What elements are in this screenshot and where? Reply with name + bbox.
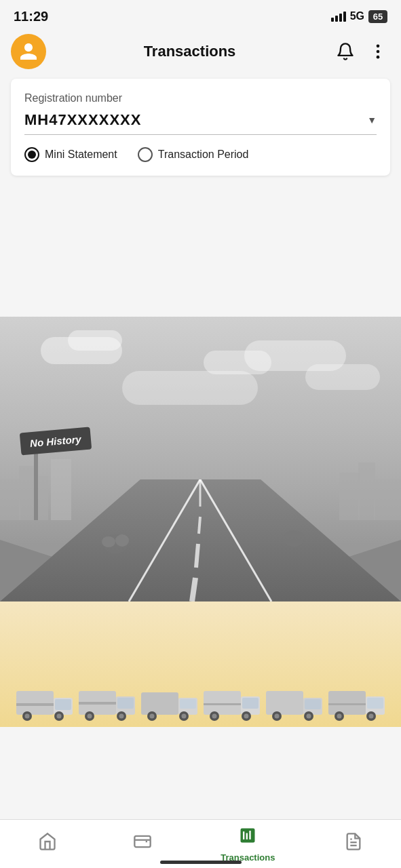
mini-statement-option[interactable]: Mini Statement	[24, 147, 117, 162]
svg-rect-71	[246, 833, 248, 839]
truck-3	[140, 677, 199, 722]
svg-rect-55	[305, 699, 321, 709]
dropdown-arrow-icon: ▼	[367, 115, 377, 125]
status-bar: 11:29 5G 65	[0, 0, 401, 30]
nav-home[interactable]	[20, 827, 75, 861]
truck-6	[327, 677, 387, 722]
svg-point-51	[244, 714, 248, 719]
svg-point-44	[181, 714, 186, 719]
svg-point-64	[337, 714, 341, 719]
no-history-illustration: No History	[0, 317, 401, 727]
transaction-period-option[interactable]: Transaction Period	[138, 147, 249, 162]
home-icon	[38, 832, 57, 856]
empty-content-area	[0, 181, 401, 317]
notifications-button[interactable]	[333, 39, 358, 64]
battery-icon: 65	[368, 10, 387, 23]
truck-5	[265, 677, 324, 722]
svg-rect-70	[243, 831, 244, 840]
svg-point-21	[284, 530, 304, 547]
avatar[interactable]	[11, 34, 46, 69]
svg-point-2	[377, 56, 380, 59]
svg-point-20	[115, 534, 129, 547]
svg-line-13	[199, 517, 200, 534]
svg-point-34	[87, 714, 92, 719]
cloud-6	[305, 364, 380, 390]
svg-rect-40	[180, 699, 196, 709]
transaction-period-radio[interactable]	[138, 147, 153, 162]
cloud-2	[68, 330, 122, 351]
status-time: 11:29	[14, 9, 48, 24]
page-title: Transactions	[46, 43, 333, 60]
statement-type-radio-group: Mini Statement Transaction Period	[24, 147, 377, 162]
svg-rect-53	[266, 691, 303, 715]
svg-point-57	[274, 714, 279, 719]
sign-pole	[34, 452, 38, 520]
svg-line-15	[192, 578, 195, 601]
network-label: 5G	[350, 10, 364, 22]
svg-line-14	[196, 544, 198, 568]
svg-point-59	[306, 714, 311, 719]
svg-rect-29	[16, 703, 54, 706]
truck-1	[15, 677, 75, 722]
svg-rect-24	[55, 699, 71, 710]
svg-rect-62	[367, 698, 383, 709]
reports-icon	[344, 832, 363, 856]
plant-left	[102, 527, 129, 554]
status-icons: 5G 65	[331, 10, 387, 23]
transactions-card: Registration number MH47XXXXXXX ▼ Mini S…	[11, 79, 390, 176]
reg-value: MH47XXXXXXX	[24, 111, 141, 129]
svg-point-66	[368, 714, 373, 719]
svg-point-42	[149, 714, 154, 719]
svg-rect-72	[250, 831, 251, 840]
app-bar-actions	[333, 39, 390, 64]
wallet-icon	[133, 832, 152, 856]
transaction-period-label: Transaction Period	[158, 149, 249, 161]
svg-rect-60	[328, 691, 366, 715]
svg-point-49	[212, 714, 216, 719]
trucks-row	[0, 601, 401, 727]
signal-icon	[331, 12, 346, 22]
svg-line-16	[129, 479, 200, 601]
svg-rect-67	[328, 703, 366, 705]
svg-rect-22	[16, 691, 54, 715]
truck-2	[77, 677, 137, 722]
svg-point-19	[102, 536, 115, 547]
svg-rect-52	[204, 703, 241, 705]
svg-point-0	[377, 45, 380, 48]
svg-rect-37	[79, 702, 116, 705]
svg-point-36	[119, 714, 123, 719]
svg-rect-45	[204, 691, 241, 715]
no-history-sign: No History	[20, 430, 91, 520]
cloud-5	[122, 371, 258, 405]
app-bar: Transactions	[0, 30, 401, 73]
svg-rect-47	[242, 698, 259, 709]
svg-rect-38	[141, 692, 178, 715]
more-options-button[interactable]	[366, 39, 390, 64]
nav-wallet[interactable]	[115, 827, 170, 861]
truck-4	[202, 677, 262, 722]
home-indicator	[160, 861, 242, 864]
svg-point-26	[24, 714, 29, 719]
plant-right	[282, 524, 306, 547]
svg-point-1	[377, 50, 380, 54]
mini-statement-radio[interactable]	[24, 147, 39, 162]
mini-statement-label: Mini Statement	[45, 149, 117, 161]
reg-dropdown[interactable]: MH47XXXXXXX ▼	[24, 111, 377, 135]
svg-point-28	[56, 714, 61, 719]
road-scene: No History	[0, 317, 401, 601]
radio-inner-dot	[28, 151, 36, 159]
transactions-icon	[238, 826, 257, 850]
svg-rect-32	[117, 698, 134, 709]
nav-reports[interactable]	[326, 827, 381, 861]
no-history-sign-text: No History	[20, 427, 92, 456]
svg-line-17	[200, 479, 271, 601]
svg-rect-68	[134, 836, 150, 847]
reg-label: Registration number	[24, 92, 377, 104]
